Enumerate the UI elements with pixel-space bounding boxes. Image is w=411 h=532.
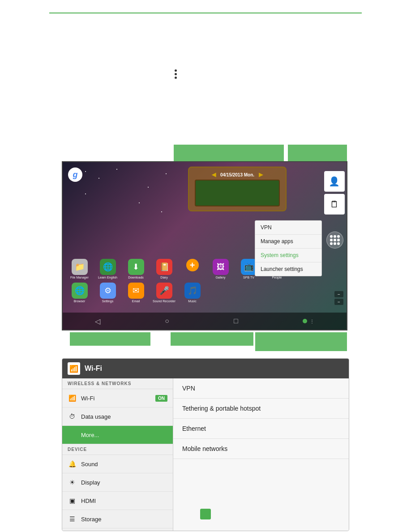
- context-menu-wallpaper[interactable]: VPN: [255, 221, 321, 235]
- wifi-icon: 📶: [68, 394, 77, 403]
- wifi-toggle[interactable]: ON: [155, 395, 167, 402]
- scale-buttons: − −: [334, 291, 343, 305]
- settings-header: 📶 Wi-Fi: [62, 359, 349, 378]
- settings-body: WIRELESS & NETWORKS 📶 Wi-Fi ON ⏱ Data us…: [62, 378, 349, 531]
- wifi-header-icon: 📶: [68, 362, 80, 375]
- settings-item-data-usage[interactable]: ⏱ Data usage: [62, 408, 173, 426]
- data-usage-icon: ⏱: [68, 412, 77, 421]
- highlight-bottom-mid: [171, 332, 253, 346]
- app-music[interactable]: 🎵 Music: [180, 283, 205, 303]
- zoom-out-button[interactable]: −: [334, 299, 343, 305]
- settings-item-hdmi[interactable]: ▣ HDMI: [62, 492, 173, 510]
- status-green-dot: [303, 319, 307, 323]
- sound-icon: 🔔: [68, 459, 77, 468]
- hdmi-icon: ▣: [68, 496, 77, 505]
- more-icon: [68, 430, 77, 439]
- status-more-icon[interactable]: ⋮: [310, 319, 314, 324]
- chalkboard: [195, 180, 280, 206]
- google-icon: g: [68, 167, 82, 182]
- display-icon: ☀: [68, 478, 77, 487]
- device-screenshot: g ◀ 04/15/2013 Mon. ▶ 👤 🗒 − − VPN Manage…: [62, 161, 347, 330]
- app-sound-recorder[interactable]: 🎤 Sound Recorder: [152, 283, 176, 303]
- bottom-green-indicator: [200, 509, 211, 519]
- back-button[interactable]: ◁: [95, 317, 100, 326]
- storage-label: Storage: [81, 516, 167, 523]
- wireless-section-header: WIRELESS & NETWORKS: [62, 378, 173, 389]
- storage-icon: ☰: [68, 515, 77, 523]
- app-learn-english[interactable]: 🌐 Learn English: [95, 259, 120, 279]
- settings-panel: 📶 Wi-Fi WIRELESS & NETWORKS 📶 Wi-Fi ON ⏱…: [62, 358, 349, 531]
- app-settings[interactable]: ⚙ Settings: [95, 283, 120, 303]
- highlight-top-left: [174, 145, 284, 163]
- zoom-in-button[interactable]: −: [334, 291, 343, 297]
- hdmi-label: HDMI: [81, 498, 167, 504]
- app-downloads[interactable]: ⬇ Downloads: [124, 259, 148, 279]
- app-browser[interactable]: 🌐 Browser: [67, 283, 92, 303]
- display-label: Display: [81, 479, 167, 486]
- settings-left-panel: WIRELESS & NETWORKS 📶 Wi-Fi ON ⏱ Data us…: [62, 378, 173, 531]
- app-email[interactable]: ✉ Email: [124, 283, 148, 303]
- context-menu-manage-apps[interactable]: Manage apps: [255, 235, 321, 249]
- sound-label: Sound: [81, 461, 167, 468]
- settings-item-sound[interactable]: 🔔 Sound: [62, 455, 173, 473]
- clock-widget: ◀ 04/15/2013 Mon. ▶: [188, 167, 287, 211]
- settings-right-vpn[interactable]: VPN: [173, 378, 349, 399]
- clock-nav: ◀ 04/15/2013 Mon. ▶: [212, 172, 263, 178]
- highlight-top-right: [288, 145, 347, 163]
- settings-item-battery[interactable]: 🔒 Battery: [62, 528, 173, 531]
- settings-right-mobile-networks[interactable]: Mobile networks: [173, 439, 349, 459]
- launcher-grid-icon: [330, 235, 340, 245]
- recents-button[interactable]: □: [234, 317, 238, 325]
- settings-right-panel: VPN Tethering & portable hotspot Etherne…: [173, 378, 349, 531]
- settings-item-display[interactable]: ☀ Display: [62, 473, 173, 492]
- sidebar-card-1: 👤: [324, 171, 345, 192]
- app-diary[interactable]: 📔 Diary: [152, 259, 176, 279]
- settings-right-ethernet[interactable]: Ethernet: [173, 419, 349, 439]
- app-file-manager[interactable]: 📁 File Manager: [67, 259, 92, 279]
- settings-item-more[interactable]: More...: [62, 426, 173, 444]
- data-usage-label: Data usage: [81, 413, 167, 420]
- context-menu[interactable]: VPN Manage apps System settings Launcher…: [255, 220, 322, 276]
- app-gallery[interactable]: 🖼 Gallery: [208, 259, 233, 279]
- home-button[interactable]: ○: [165, 317, 169, 325]
- context-menu-system-settings[interactable]: System settings: [255, 249, 321, 262]
- sidebar-card-2: 🗒: [324, 194, 345, 215]
- settings-item-wifi[interactable]: 📶 Wi-Fi ON: [62, 389, 173, 408]
- device-right-sidebar: 👤 🗒: [322, 171, 347, 215]
- top-line: [49, 13, 362, 13]
- three-dot-menu-icon[interactable]: [175, 69, 177, 79]
- settings-item-storage[interactable]: ☰ Storage: [62, 510, 173, 528]
- wifi-label: Wi-Fi: [81, 395, 151, 402]
- device-section-header: DEVICE: [62, 444, 173, 455]
- highlight-bottom-right: [255, 332, 347, 351]
- wifi-icon: 📶: [69, 365, 78, 373]
- device-bottom-bar: ◁ ○ □ ⋮: [63, 313, 347, 330]
- highlight-bottom-left: [70, 332, 150, 346]
- context-menu-launcher-settings[interactable]: Launcher settings: [255, 262, 321, 276]
- more-label: More...: [81, 432, 167, 438]
- status-area: ⋮: [303, 319, 314, 324]
- apps-launcher-button[interactable]: [326, 232, 343, 249]
- settings-right-tethering[interactable]: Tethering & portable hotspot: [173, 399, 349, 419]
- app-plus[interactable]: +: [180, 259, 205, 279]
- settings-title: Wi-Fi: [85, 365, 102, 373]
